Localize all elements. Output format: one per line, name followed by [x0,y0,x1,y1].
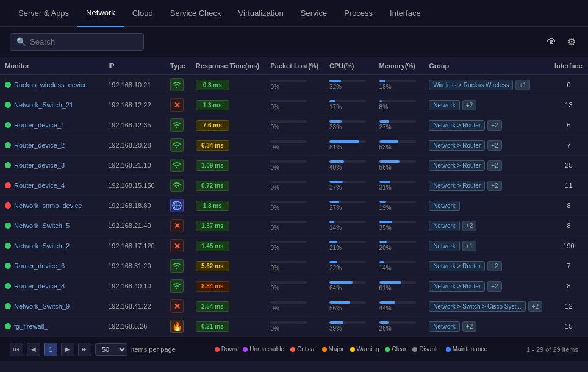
status-legend: Down Unreachable Critical Major Warning … [215,346,487,352]
group-extra-badge[interactable]: +1 [515,80,529,90]
group-badge[interactable]: Network [429,221,460,231]
group-badge[interactable]: Network [429,100,460,110]
table-row[interactable]: Ruckus_wireless_device 192.168.10.21 0.3… [0,75,588,95]
legend-dot [446,347,451,352]
legend-item: Maintenance [446,346,487,352]
group-badge[interactable]: Network > Router [429,181,485,191]
table-row[interactable]: fg_firewall_ 192.168.5.26 🔥 0.21 ms 0% 3… [0,317,588,337]
cpu-cell: 32% [324,75,375,95]
group-badge[interactable]: Network > Router [429,160,485,171]
nav-cloud[interactable]: Cloud [124,0,162,27]
packet-lost-value: 0% [270,305,320,312]
memory-cell: 61% [375,276,425,296]
group-badge[interactable]: Network [429,201,460,211]
status-dot [5,182,11,188]
monitor-cell: Router_device_1 [0,115,103,135]
table-row[interactable]: Network_snmp_device 192.168.18.80 1.8 ms… [0,196,588,216]
table-footer: ⏮ ◀ 1 ▶ ⏭ 50 100 200 items per page Down… [0,337,588,361]
group-badge[interactable]: Network > Router [429,120,485,131]
group-extra-badge[interactable]: +1 [462,241,476,251]
monitor-table-container: Monitor IP Type Response Time(ms) Packet… [0,57,588,337]
monitor-name[interactable]: Router_device_8 [14,282,65,290]
nav-network[interactable]: Network [77,0,124,27]
toolbar-icons: 👁 ⚙ [544,34,578,50]
type-x-icon: ✕ [170,239,184,252]
last-page-button[interactable]: ⏭ [78,343,91,356]
group-extra-badge[interactable]: +2 [487,261,501,271]
group-badge[interactable]: Network > Router [429,261,485,271]
group-extra-badge[interactable]: +2 [462,321,476,332]
monitor-name[interactable]: fg_firewall_ [14,323,48,330]
type-cell: ✕ [165,236,191,256]
group-extra-badge[interactable]: +2 [487,281,501,292]
group-extra-badge[interactable]: +2 [487,120,501,131]
memory-cell: 14% [375,256,425,276]
nav-service[interactable]: Service [292,0,335,27]
memory-cell: 44% [375,296,425,317]
packet-lost-cell: 0% [265,95,324,115]
monitor-name[interactable]: Ruckus_wireless_device [14,81,87,88]
packet-lost-cell: 0% [265,276,324,296]
cpu-cell: 17% [324,95,375,115]
nav-server-apps[interactable]: Server & Apps [10,0,77,27]
table-row[interactable]: Network_Switch_2 192.168.17.120 ✕ 1.45 m… [0,236,588,256]
visibility-button[interactable]: 👁 [544,34,559,50]
per-page-select[interactable]: 50 100 200 [95,343,127,356]
group-extra-badge[interactable]: +2 [462,100,476,110]
prev-page-button[interactable]: ◀ [27,343,40,356]
group-badge[interactable]: Wireless > Ruckus Wireless [429,80,513,90]
group-extra-badge[interactable]: +2 [462,221,476,231]
monitor-name[interactable]: Router_device_4 [14,182,65,189]
monitor-name[interactable]: Router_device_2 [14,141,65,149]
response-time-cell: 1.09 ms [191,156,266,176]
monitor-name[interactable]: Router_device_6 [14,262,65,270]
nav-virtualization[interactable]: Virtualization [230,0,292,27]
monitor-name[interactable]: Network_Switch_21 [14,101,73,109]
table-row[interactable]: Router_device_8 192.168.40.10 8.84 ms 0%… [0,276,588,296]
response-time-cell: 8.84 ms [191,276,266,296]
type-wifi-icon [170,78,184,91]
interface-cell: 12 [550,296,588,317]
monitor-name[interactable]: Network_Switch_9 [14,302,70,310]
group-badge[interactable]: Network > Router [429,281,485,292]
table-row[interactable]: Network_Switch_21 192.168.12.22 ✕ 1.3 ms… [0,95,588,115]
group-extra-badge[interactable]: +2 [487,160,501,171]
group-extra-badge[interactable]: +2 [528,301,542,312]
monitor-name[interactable]: Network_Switch_5 [14,222,70,229]
group-badge[interactable]: Network [429,241,460,251]
col-response-time: Response Time(ms) [191,57,266,75]
monitor-name[interactable]: Router_device_1 [14,121,65,129]
per-page-label: items per page [131,346,176,353]
search-input[interactable] [30,37,137,46]
filter-button[interactable]: ⚙ [565,34,578,50]
group-badge[interactable]: Network > Switch > Cisco Syst... [429,301,526,312]
nav-process[interactable]: Process [335,0,381,27]
nav-interface[interactable]: Interface [381,0,429,27]
monitor-name[interactable]: Network_Switch_2 [14,242,70,249]
cpu-cell: 40% [324,156,375,176]
table-row[interactable]: Network_Switch_5 192.168.21.40 ✕ 1.37 ms… [0,216,588,236]
table-row[interactable]: Router_device_2 192.168.20.28 6.34 ms 0%… [0,135,588,156]
next-page-button[interactable]: ▶ [61,343,74,356]
table-row[interactable]: Router_device_1 192.168.12.35 7.6 ms 0% … [0,115,588,135]
packet-lost-cell: 0% [265,176,324,196]
status-dot [5,323,11,329]
nav-service-check[interactable]: Service Check [162,0,230,27]
cpu-value: 81% [329,144,370,151]
packet-lost-value: 0% [270,124,320,131]
cpu-value: 22% [329,265,370,271]
table-row[interactable]: Network_Switch_9 192.168.41.22 ✕ 2.54 ms… [0,296,588,317]
group-badge[interactable]: Network > Router [429,140,485,151]
group-badge[interactable]: Network [429,321,460,332]
type-cell [165,156,191,176]
type-wifi-icon [170,159,184,172]
table-row[interactable]: Router_device_3 192.168.21.10 1.09 ms 0%… [0,156,588,176]
monitor-name[interactable]: Network_snmp_device [14,202,82,209]
first-page-button[interactable]: ⏮ [10,343,23,356]
group-extra-badge[interactable]: +2 [487,181,501,191]
group-extra-badge[interactable]: +2 [487,140,501,151]
cpu-value: 40% [329,164,370,171]
monitor-name[interactable]: Router_device_3 [14,162,65,169]
table-row[interactable]: Router_device_4 192.168.15.150 0.72 ms 0… [0,176,588,196]
table-row[interactable]: Router_device_6 192.168.31.20 5.62 ms 0%… [0,256,588,276]
